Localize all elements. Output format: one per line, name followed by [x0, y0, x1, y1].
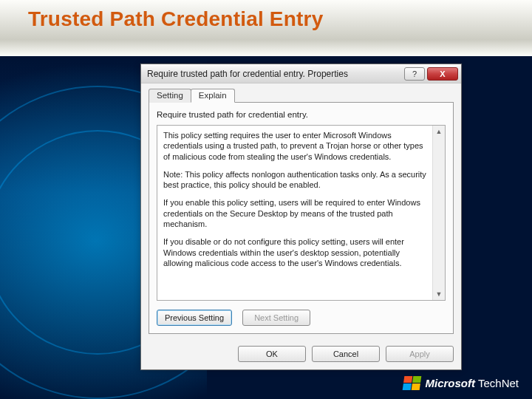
close-icon: X	[440, 69, 445, 78]
explain-p1: This policy setting requires the user to…	[163, 130, 429, 162]
explain-p4: If you disable or do not configure this …	[163, 236, 429, 268]
footer-product: TechNet	[478, 377, 519, 389]
dialog-footer-buttons: OK Cancel Apply	[141, 340, 461, 369]
scrollbar[interactable]: ▲ ▼	[432, 126, 445, 300]
explain-p3: If you enable this policy setting, users…	[163, 197, 429, 229]
policy-name-label: Require trusted path for credential entr…	[157, 110, 446, 119]
explain-textbox[interactable]: This policy setting requires the user to…	[157, 125, 446, 301]
apply-button[interactable]: Apply	[386, 346, 454, 362]
previous-setting-button[interactable]: Previous Setting	[157, 310, 232, 326]
explain-text-content: This policy setting requires the user to…	[157, 126, 432, 300]
footer-brand: Microsoft	[425, 377, 475, 389]
tab-setting[interactable]: Setting	[149, 89, 191, 103]
tab-explain[interactable]: Explain	[191, 89, 235, 103]
microsoft-flag-icon	[403, 376, 422, 390]
close-button[interactable]: X	[427, 67, 458, 81]
tab-panel-explain: Require trusted path for credential entr…	[149, 102, 454, 334]
properties-dialog: Require trusted path for credential entr…	[140, 64, 462, 370]
cancel-button[interactable]: Cancel	[312, 346, 380, 362]
dialog-title: Require trusted path for credential entr…	[147, 69, 404, 79]
dialog-titlebar[interactable]: Require trusted path for credential entr…	[141, 64, 461, 83]
slide-title: Trusted Path Credential Entry	[0, 0, 532, 31]
explain-p2: Note: This policy affects nonlogon authe…	[163, 169, 429, 191]
scroll-down-icon[interactable]: ▼	[434, 288, 445, 300]
tab-strip: Setting Explain	[149, 88, 454, 102]
next-setting-button[interactable]: Next Setting	[242, 310, 310, 326]
footer-logo: Microsoft TechNet	[403, 376, 519, 390]
help-button[interactable]: ?	[404, 67, 425, 81]
ok-button[interactable]: OK	[238, 346, 306, 362]
scroll-up-icon[interactable]: ▲	[434, 126, 445, 137]
